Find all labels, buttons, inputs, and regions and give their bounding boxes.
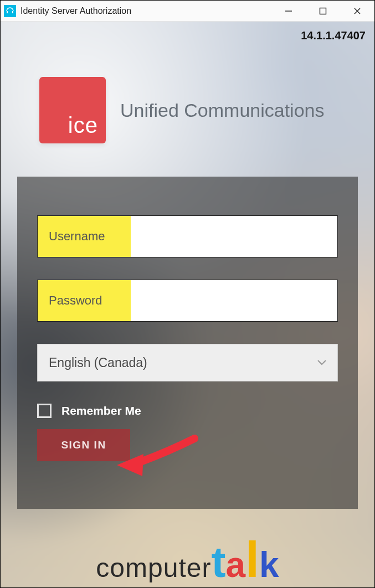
app-icon (4, 5, 16, 17)
remember-me-row: Remember Me (37, 404, 338, 418)
footer-letter-t: t (211, 543, 225, 581)
brand-title: Unified Communications (120, 100, 325, 121)
password-label: Password (38, 280, 131, 321)
footer-letter-a: a (225, 549, 245, 581)
password-input[interactable] (131, 280, 337, 321)
login-panel: Username Password English (Canada) Remem… (17, 177, 358, 509)
username-field[interactable]: Username (37, 215, 338, 257)
version-label: 14.1.1.47407 (301, 29, 366, 42)
window-title: Identity Server Authorization (20, 6, 131, 16)
remember-me-label: Remember Me (61, 404, 141, 417)
svg-rect-1 (320, 8, 326, 14)
username-input[interactable] (131, 216, 337, 257)
window-titlebar: Identity Server Authorization (1, 1, 374, 22)
footer-letter-k: k (259, 549, 279, 581)
footer-logo: computer t a l k (1, 539, 374, 583)
footer-letter-l: l (245, 539, 259, 581)
footer-word-computer: computer (96, 553, 211, 583)
brand-row: ice Unified Communications (39, 77, 325, 143)
window-minimize-button[interactable] (271, 1, 306, 22)
username-label: Username (38, 216, 131, 257)
language-select[interactable]: English (Canada) (37, 344, 338, 381)
brand-logo: ice (39, 77, 106, 143)
brand-logo-text: ice (68, 113, 98, 138)
password-field[interactable]: Password (37, 280, 338, 322)
sign-in-button[interactable]: SIGN IN (37, 429, 130, 461)
window-close-button[interactable] (340, 1, 374, 22)
window-maximize-button[interactable] (306, 1, 340, 22)
remember-me-checkbox[interactable] (37, 404, 52, 418)
language-selected-text: English (Canada) (49, 355, 147, 370)
chevron-down-icon (317, 358, 326, 368)
